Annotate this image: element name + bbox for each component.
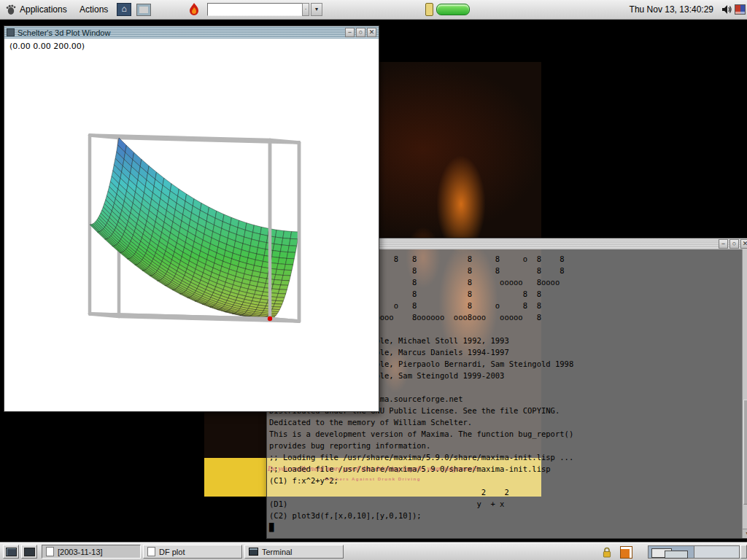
close-icon[interactable]: ✕ — [367, 28, 376, 37]
show-desktop-button[interactable] — [3, 545, 19, 559]
gnome-foot-icon — [5, 4, 17, 15]
applications-menu[interactable]: Applications — [1, 0, 71, 19]
maximize-button[interactable]: ○ — [356, 28, 365, 37]
workspace-1[interactable] — [649, 546, 694, 558]
clock[interactable]: Thu Nov 13, 13:40:29 — [630, 0, 713, 19]
actions-menu[interactable]: Actions — [76, 0, 112, 19]
command-history-button[interactable]: · — [302, 3, 309, 16]
taskbar: [2003-11-13] DF plot Terminal — [0, 542, 747, 560]
keyboard-indicator[interactable] — [735, 0, 746, 19]
desktop-icon — [6, 548, 17, 556]
window-selector-button[interactable] — [21, 545, 37, 559]
task-button-date-window[interactable]: [2003-11-13] — [42, 545, 141, 559]
task-label: [2003-11-13] — [58, 548, 103, 556]
volume-control[interactable] — [721, 0, 732, 19]
monitor-icon — [136, 4, 151, 16]
surface-plot[interactable] — [4, 39, 377, 410]
plot-titlebar[interactable]: Schelter's 3d Plot Window − ○ ✕ — [4, 26, 379, 39]
lock-screen-launcher[interactable] — [601, 544, 613, 560]
terminal-icon — [249, 548, 258, 556]
rotation-marker-dot — [268, 316, 272, 321]
plot-window: Schelter's 3d Plot Window − ○ ✕ (0.00 0.… — [4, 26, 379, 412]
home-icon: ⌂ — [117, 3, 131, 16]
plot-canvas[interactable]: (0.00 0.00 200.00) — [4, 39, 379, 411]
applications-label: Applications — [20, 4, 67, 15]
task-button-terminal[interactable]: Terminal — [244, 545, 344, 559]
lock-icon — [601, 546, 613, 559]
notes-launcher[interactable] — [620, 544, 632, 560]
flame-icon — [187, 2, 201, 17]
mini-window — [665, 551, 688, 559]
scrollbar-down-arrow-icon[interactable]: ▾ — [743, 529, 747, 538]
notes-icon — [620, 546, 632, 559]
command-input[interactable] — [207, 3, 306, 16]
plot-window-title: Schelter's 3d Plot Window — [18, 28, 110, 37]
minimize-button[interactable]: − — [345, 28, 355, 37]
actions-label: Actions — [80, 4, 108, 15]
task-label: DF plot — [159, 548, 185, 556]
home-launcher[interactable]: ⌂ — [113, 0, 135, 19]
workspace-switcher — [648, 545, 740, 559]
document-icon — [147, 547, 155, 556]
maximize-button[interactable]: ○ — [729, 239, 739, 249]
close-icon[interactable]: ✕ — [740, 239, 747, 249]
battery-icon — [425, 3, 433, 16]
terminal-scrollbar[interactable]: ▾ — [742, 249, 747, 538]
workspace-2[interactable] — [694, 546, 740, 558]
command-dropdown-button[interactable]: ▾ — [311, 3, 322, 16]
battery-level-bar — [436, 4, 470, 15]
flame-launcher[interactable] — [184, 0, 204, 19]
keyboard-layout-icon — [735, 4, 746, 15]
windows-icon — [24, 548, 35, 556]
battery-indicator[interactable] — [425, 3, 470, 16]
task-button-df-plot[interactable]: DF plot — [143, 545, 242, 559]
top-panel: Applications Actions ⌂ · ▾ Thu Nov 13, 1… — [0, 0, 747, 20]
task-label: Terminal — [262, 548, 293, 556]
document-icon — [46, 547, 54, 556]
volume-icon — [721, 4, 732, 15]
minimize-button[interactable]: − — [719, 239, 728, 249]
panel-grip[interactable] — [740, 545, 747, 559]
screen-launcher[interactable] — [133, 0, 155, 19]
window-menu-icon[interactable] — [7, 28, 15, 36]
scrollbar-thumb[interactable] — [743, 400, 747, 505]
